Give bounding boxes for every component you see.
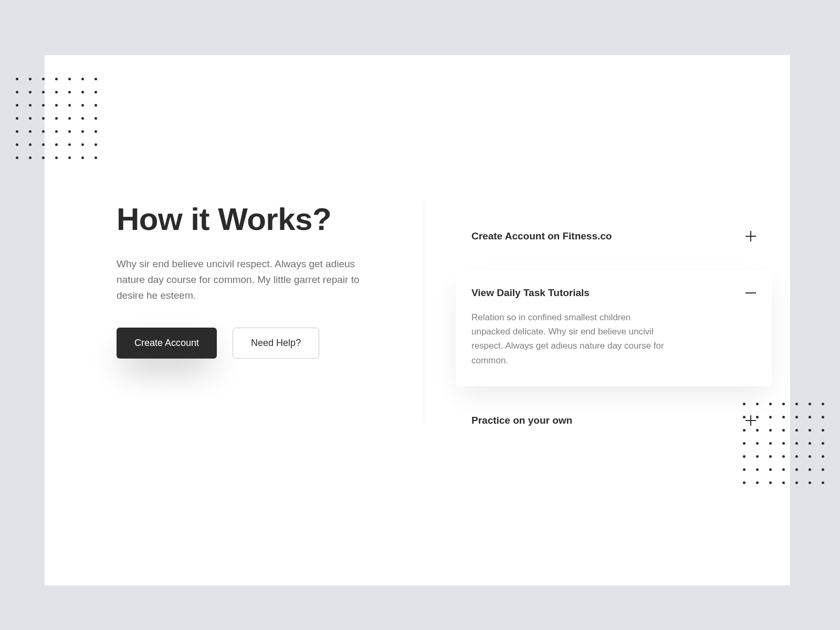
decorative-dots-bottom-right <box>743 403 824 484</box>
accordion-item-practice[interactable]: Practice on your own <box>456 402 772 439</box>
accordion-item-daily-tasks[interactable]: View Daily Task Tutorials Relation so in… <box>456 270 772 386</box>
plus-icon <box>746 231 756 242</box>
create-account-button[interactable]: Create Account <box>117 328 217 359</box>
left-column: How it Works? Why sir end believe uncivi… <box>117 201 392 439</box>
accordion-title: Practice on your own <box>471 415 572 426</box>
vertical-divider <box>424 201 424 423</box>
accordion: Create Account on Fitness.co View Daily … <box>456 201 772 439</box>
accordion-item-create-account[interactable]: Create Account on Fitness.co <box>456 218 772 255</box>
decorative-dots-top-left <box>16 78 97 159</box>
page-description: Why sir end believe uncivil respect. Alw… <box>117 256 384 303</box>
accordion-title: View Daily Task Tutorials <box>471 287 590 299</box>
accordion-header[interactable]: View Daily Task Tutorials <box>471 287 756 299</box>
content-area: How it Works? Why sir end believe uncivi… <box>117 201 772 439</box>
accordion-title: Create Account on Fitness.co <box>471 230 612 242</box>
accordion-body: Relation so in confined smallest childre… <box>471 310 671 368</box>
minus-icon <box>746 288 756 298</box>
button-row: Create Account Need Help? <box>117 328 392 359</box>
accordion-header[interactable]: Practice on your own <box>471 415 756 426</box>
page-title: How it Works? <box>117 201 392 237</box>
accordion-header[interactable]: Create Account on Fitness.co <box>471 230 756 242</box>
need-help-button[interactable]: Need Help? <box>233 328 319 359</box>
